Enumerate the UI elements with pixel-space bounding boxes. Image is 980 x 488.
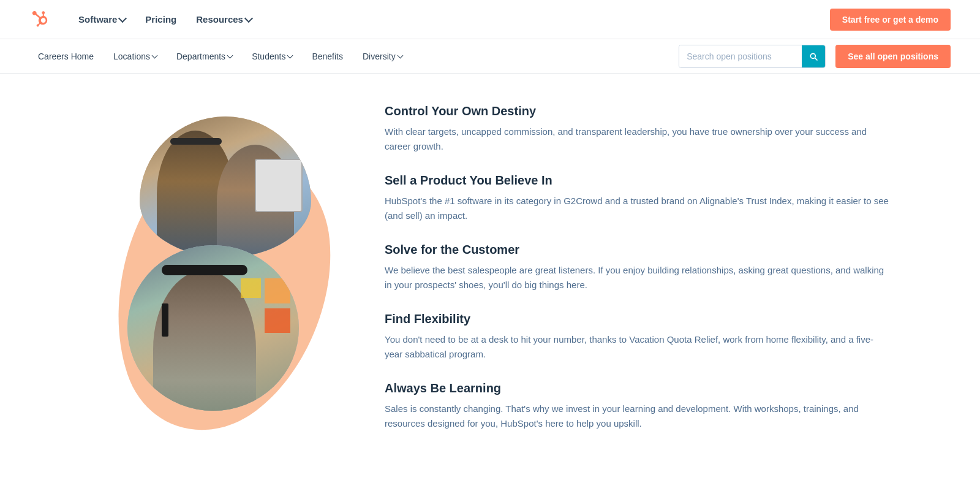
chevron-down-icon bbox=[397, 53, 403, 59]
photo-team-headsets bbox=[140, 116, 311, 257]
careers-navigation: Careers Home Locations Departments Stude… bbox=[0, 39, 980, 74]
search-icon bbox=[809, 51, 818, 61]
content-body-1: HubSpot's the #1 software in its categor… bbox=[385, 194, 889, 223]
image-collage bbox=[91, 98, 348, 478]
chevron-down-icon bbox=[118, 14, 127, 23]
see-all-positions-button[interactable]: See all open positions bbox=[835, 45, 951, 68]
search-input[interactable] bbox=[679, 45, 802, 67]
chevron-down-icon bbox=[287, 53, 293, 59]
content-title-4: Always Be Learning bbox=[385, 381, 889, 395]
hubspot-logo[interactable] bbox=[29, 7, 51, 32]
nav-locations[interactable]: Locations bbox=[105, 47, 165, 66]
nav-careers-home[interactable]: Careers Home bbox=[29, 47, 102, 66]
nav-students[interactable]: Students bbox=[243, 47, 301, 66]
start-free-button[interactable]: Start free or get a demo bbox=[830, 9, 951, 31]
nav-pricing[interactable]: Pricing bbox=[138, 9, 184, 29]
nav-benefits[interactable]: Benefits bbox=[303, 47, 352, 66]
main-content: Control Your Own Destiny With clear targ… bbox=[61, 74, 919, 488]
search-button[interactable] bbox=[802, 45, 825, 68]
nav-links: Software Pricing Resources bbox=[71, 9, 830, 29]
top-navigation: Software Pricing Resources Start free or… bbox=[0, 0, 980, 39]
chevron-down-icon bbox=[244, 14, 253, 23]
content-block-3: Find Flexibility You don't need to be at… bbox=[385, 312, 889, 362]
content-title-3: Find Flexibility bbox=[385, 312, 889, 326]
content-body-2: We believe the best salespeople are grea… bbox=[385, 263, 889, 292]
content-body-3: You don't need to be at a desk to hit yo… bbox=[385, 332, 889, 362]
content-block-2: Solve for the Customer We believe the be… bbox=[385, 243, 889, 292]
content-body-4: Sales is constantly changing. That's why… bbox=[385, 402, 889, 431]
content-title-1: Sell a Product You Believe In bbox=[385, 173, 889, 188]
photo-woman-headset bbox=[127, 245, 299, 411]
chevron-down-icon bbox=[152, 53, 158, 59]
chevron-down-icon bbox=[227, 53, 233, 59]
content-block-4: Always Be Learning Sales is constantly c… bbox=[385, 381, 889, 431]
content-title-2: Solve for the Customer bbox=[385, 243, 889, 257]
nav-resources[interactable]: Resources bbox=[189, 9, 259, 29]
nav-departments[interactable]: Departments bbox=[168, 47, 241, 66]
search-container bbox=[679, 45, 826, 68]
content-body-0: With clear targets, uncapped commission,… bbox=[385, 124, 889, 154]
nav-software[interactable]: Software bbox=[71, 9, 133, 29]
nav-diversity[interactable]: Diversity bbox=[354, 47, 411, 66]
content-section: Control Your Own Destiny With clear targ… bbox=[385, 98, 889, 478]
content-title-0: Control Your Own Destiny bbox=[385, 104, 889, 118]
content-block-0: Control Your Own Destiny With clear targ… bbox=[385, 104, 889, 154]
content-block-1: Sell a Product You Believe In HubSpot's … bbox=[385, 173, 889, 223]
